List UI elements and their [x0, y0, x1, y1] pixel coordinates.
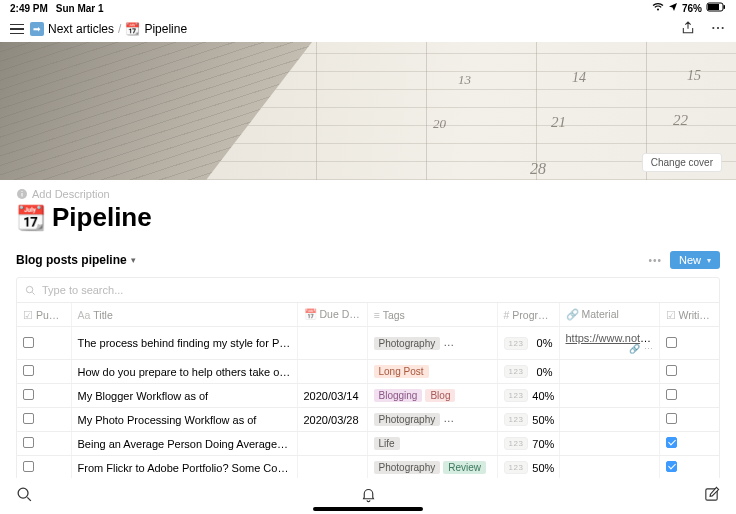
- writing-checkbox[interactable]: [666, 437, 677, 448]
- tag[interactable]: Photography: [374, 461, 441, 474]
- cell-title[interactable]: My Blogger Workflow as of: [71, 384, 297, 408]
- cell-due[interactable]: [297, 432, 367, 456]
- tag[interactable]: Life: [374, 437, 400, 450]
- table-row[interactable]: My Photo Processing Workflow as of2020/0…: [17, 408, 719, 432]
- published-checkbox[interactable]: [23, 461, 34, 472]
- published-checkbox[interactable]: [23, 413, 34, 424]
- published-checkbox[interactable]: [23, 337, 34, 348]
- material-link[interactable]: https://www.notion.: [566, 332, 658, 344]
- table-row[interactable]: The process behind finding my style for …: [17, 327, 719, 360]
- search-icon: [25, 285, 36, 296]
- header-progress[interactable]: #Progressi...: [497, 303, 559, 327]
- calendar-number: 14: [572, 70, 586, 86]
- svg-point-3: [712, 26, 714, 28]
- cell-material[interactable]: https://www.notion.🔗⋯: [559, 327, 659, 360]
- cell-tags[interactable]: PhotographyReview: [367, 456, 497, 480]
- table-row[interactable]: From Flickr to Adobe Portfolio? Some Com…: [17, 456, 719, 480]
- cell-material[interactable]: [559, 408, 659, 432]
- published-checkbox[interactable]: [23, 389, 34, 400]
- header-title[interactable]: AaTitle: [71, 303, 297, 327]
- cell-writing[interactable]: [659, 384, 719, 408]
- cell-due[interactable]: [297, 360, 367, 384]
- chevron-down-icon[interactable]: ▾: [131, 255, 136, 265]
- header-due[interactable]: 📅Due Date: [297, 303, 367, 327]
- cell-writing[interactable]: [659, 432, 719, 456]
- menu-icon[interactable]: [10, 24, 24, 35]
- table-row[interactable]: My Blogger Workflow as of2020/03/14Blogg…: [17, 384, 719, 408]
- view-selector[interactable]: Blog posts pipeline: [16, 253, 127, 267]
- cell-writing[interactable]: [659, 456, 719, 480]
- cell-progress[interactable]: 12350%: [497, 408, 559, 432]
- breadcrumb-page-icon[interactable]: 📆: [125, 22, 140, 36]
- published-checkbox[interactable]: [23, 437, 34, 448]
- tag[interactable]: Blog: [425, 389, 455, 402]
- search-row[interactable]: Type to search...: [17, 278, 719, 303]
- cell-tags[interactable]: PhotographyCreativityI: [367, 327, 497, 360]
- cell-writing[interactable]: [659, 360, 719, 384]
- writing-checkbox[interactable]: [666, 365, 677, 376]
- cover-image[interactable]: 13 14 15 20 21 22 28 29 Change cover: [0, 42, 736, 180]
- cell-progress[interactable]: 1230%: [497, 327, 559, 360]
- cell-material[interactable]: [559, 360, 659, 384]
- cell-tags[interactable]: PhotographyCreativity: [367, 408, 497, 432]
- svg-point-9: [26, 286, 32, 292]
- published-checkbox[interactable]: [23, 365, 34, 376]
- writing-checkbox[interactable]: [666, 389, 677, 400]
- cell-title[interactable]: The process behind finding my style for …: [71, 327, 297, 360]
- share-icon[interactable]: [680, 20, 696, 39]
- change-cover-button[interactable]: Change cover: [642, 153, 722, 172]
- cell-title[interactable]: From Flickr to Adobe Portfolio? Some Com…: [71, 456, 297, 480]
- cell-title[interactable]: Being an Average Person Doing Average Th…: [71, 432, 297, 456]
- header-material[interactable]: 🔗Material: [559, 303, 659, 327]
- breadcrumb-current[interactable]: Pipeline: [144, 22, 187, 36]
- tag[interactable]: Blogging: [374, 389, 423, 402]
- table-row[interactable]: Being an Average Person Doing Average Th…: [17, 432, 719, 456]
- add-description[interactable]: Add Description: [16, 188, 720, 200]
- cell-tags[interactable]: Long Post: [367, 360, 497, 384]
- new-button-label: New: [679, 254, 701, 266]
- cell-progress[interactable]: 12370%: [497, 432, 559, 456]
- tag[interactable]: Photography: [374, 413, 441, 426]
- page-emoji[interactable]: 📆: [16, 204, 46, 232]
- compose-icon[interactable]: [703, 486, 720, 507]
- header-writing[interactable]: ☑︎Writing Sta: [659, 303, 719, 327]
- notifications-icon[interactable]: [360, 486, 377, 507]
- cell-tags[interactable]: Life: [367, 432, 497, 456]
- header-published[interactable]: ☑︎Published?: [17, 303, 71, 327]
- cell-progress[interactable]: 12340%: [497, 384, 559, 408]
- cell-due[interactable]: 2020/03/28: [297, 408, 367, 432]
- tag[interactable]: Photography: [374, 337, 441, 350]
- view-more-icon[interactable]: •••: [648, 255, 662, 266]
- calendar-number: 15: [687, 68, 701, 84]
- writing-checkbox[interactable]: [666, 413, 677, 424]
- svg-rect-1: [708, 4, 719, 10]
- new-button[interactable]: New ▾: [670, 251, 720, 269]
- parent-page-icon[interactable]: ➡: [30, 22, 44, 36]
- table-row[interactable]: How do you prepare to help others take o…: [17, 360, 719, 384]
- breadcrumb-parent[interactable]: Next articles: [48, 22, 114, 36]
- tag[interactable]: Review: [443, 461, 486, 474]
- writing-checkbox[interactable]: [666, 461, 677, 472]
- cell-title[interactable]: My Photo Processing Workflow as of: [71, 408, 297, 432]
- header-tags[interactable]: ≡Tags: [367, 303, 497, 327]
- cell-title[interactable]: How do you prepare to help others take o…: [71, 360, 297, 384]
- cell-due[interactable]: [297, 327, 367, 360]
- cell-tags[interactable]: BloggingBlog: [367, 384, 497, 408]
- search-icon[interactable]: [16, 486, 33, 507]
- cell-material[interactable]: [559, 384, 659, 408]
- cell-due[interactable]: [297, 456, 367, 480]
- cell-progress[interactable]: 12350%: [497, 456, 559, 480]
- tag[interactable]: Long Post: [374, 365, 429, 378]
- chevron-down-icon[interactable]: ▾: [707, 256, 711, 265]
- breadcrumb-sep: /: [118, 22, 121, 36]
- more-icon[interactable]: [710, 20, 726, 39]
- page-title[interactable]: Pipeline: [52, 202, 152, 233]
- cell-material[interactable]: [559, 432, 659, 456]
- home-indicator[interactable]: [313, 507, 423, 511]
- writing-checkbox[interactable]: [666, 337, 677, 348]
- cell-writing[interactable]: [659, 408, 719, 432]
- cell-due[interactable]: 2020/03/14: [297, 384, 367, 408]
- cell-material[interactable]: [559, 456, 659, 480]
- cell-progress[interactable]: 1230%: [497, 360, 559, 384]
- cell-writing[interactable]: [659, 327, 719, 360]
